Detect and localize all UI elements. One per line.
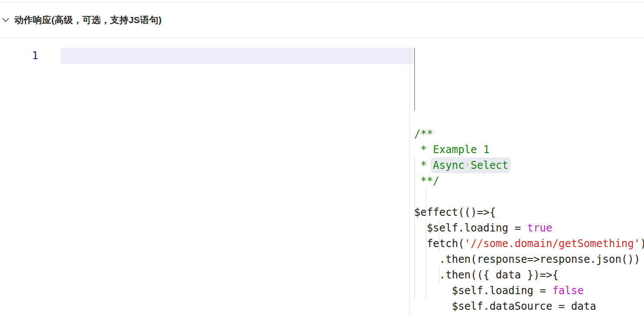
indent-guide [439, 267, 439, 283]
active-line-highlight [61, 48, 414, 64]
code-line: fetch('//some.domain/getSomething') [414, 236, 644, 251]
example-code: /** * Example 1 * Async·Select **/$effec… [414, 111, 644, 315]
comment-block-guide [414, 48, 415, 111]
code-line: .then(({ data })=>{ [414, 267, 644, 283]
code-line [414, 111, 644, 126]
code-line [414, 189, 644, 204]
code-line: $self.dataSource = data [414, 298, 644, 314]
code-line: /** [414, 126, 644, 142]
code-line: $self.loading = false [414, 283, 644, 298]
indent-guide [439, 220, 439, 251]
indent-guide [415, 158, 415, 298]
indent-guide [426, 189, 426, 298]
code-line: * Async·Select [414, 158, 644, 173]
code-line: $self.loading = true [414, 220, 644, 236]
code-line: .then(response=>response.json()) [414, 251, 644, 267]
highlighted-text: Async·Select [431, 158, 510, 173]
code-editor[interactable]: 1 /** * Example 1 * Async·Select **/$eff… [0, 39, 644, 315]
section-header[interactable]: 动作响应(高级，可选，支持JS语句) [0, 2, 644, 38]
section-title: 动作响应(高级，可选，支持JS语句) [14, 14, 162, 26]
line-number: 1 [0, 48, 38, 64]
chevron-down-icon[interactable] [1, 16, 10, 24]
code-line: $effect(()=>{ [414, 204, 644, 220]
code-line: * Example 1 [414, 142, 644, 158]
example-code-panel: /** * Example 1 * Async·Select **/$effec… [409, 48, 644, 315]
code-line: **/ [414, 173, 644, 189]
